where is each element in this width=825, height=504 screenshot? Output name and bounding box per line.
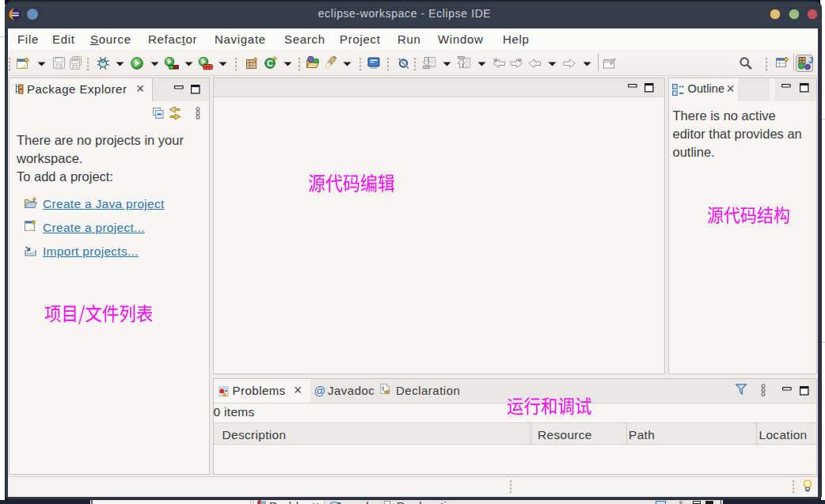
svg-text:C: C [267, 59, 273, 68]
svg-text:J: J [808, 55, 813, 65]
